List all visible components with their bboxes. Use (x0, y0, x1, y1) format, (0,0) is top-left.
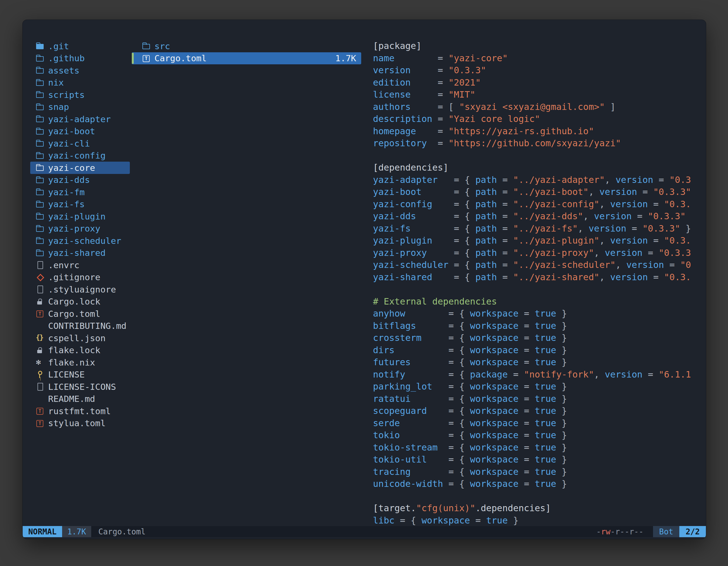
folder-icon (35, 101, 45, 113)
preview-line: yazi-boot = { path = "../yazi-boot", ver… (373, 186, 705, 198)
item-label: Cargo.toml (48, 309, 100, 319)
item-label: LICENSE (48, 369, 85, 379)
dir-row[interactable]: yazi-adapter (30, 113, 130, 125)
dir-row[interactable]: yazi-shared (30, 247, 130, 259)
dir-row[interactable]: yazi-config (30, 150, 130, 162)
folder-icon (35, 186, 45, 198)
preview-line: yazi-proxy = { path = "../yazi-proxy", v… (373, 247, 705, 259)
file-row[interactable]: LICENSE (30, 368, 130, 381)
preview-line: [package] (373, 40, 705, 52)
file-row[interactable]: README.md (30, 393, 130, 405)
dir-row[interactable]: yazi-fs (30, 198, 130, 211)
dir-row[interactable]: .github (30, 52, 130, 65)
item-label: snap (48, 102, 69, 112)
dir-row[interactable]: .git (30, 40, 130, 52)
preview-line: yazi-plugin = { path = "../yazi-plugin",… (373, 235, 705, 247)
dir-row[interactable]: snap (30, 101, 130, 113)
preview-line: dirs = { workspace = true } (373, 344, 705, 356)
preview-line: license = "MIT" (373, 89, 705, 101)
lock-icon (35, 295, 45, 307)
folder-icon (35, 198, 45, 210)
preview-line: yazi-fs = { path = "../yazi-fs", version… (373, 223, 705, 235)
item-label: .gitignore (48, 272, 100, 282)
file-size-badge: 1.7K (62, 526, 91, 537)
file-icon (35, 259, 45, 271)
dir-row[interactable]: yazi-proxy (30, 223, 130, 235)
mode-indicator: NORMAL (23, 526, 62, 537)
preview-line (373, 283, 705, 295)
file-row[interactable]: CONTRIBUTING.md (30, 320, 130, 332)
item-label: README.md (48, 394, 95, 404)
file-row[interactable]: LICENSE-ICONS (30, 380, 130, 393)
dir-row[interactable]: yazi-boot (30, 125, 130, 138)
item-label: yazi-proxy (48, 224, 100, 234)
scroll-position-badge: Bot (653, 526, 680, 537)
preview-line: parking_lot = { workspace = true } (373, 380, 705, 393)
preview-line: [target."cfg(unix)".dependencies] (373, 502, 705, 515)
file-row[interactable]: Cargo.lock (30, 295, 130, 308)
item-label: nix (48, 78, 64, 88)
status-bar: NORMAL 1.7K Cargo.toml -rw-r--r-- Bot 2/… (23, 526, 706, 537)
folder-icon (35, 235, 45, 247)
folder-icon (35, 52, 45, 64)
preview-line: edition = "2021" (373, 77, 705, 89)
file-row[interactable]: .envrc (30, 259, 130, 271)
item-label: yazi-cli (48, 139, 90, 149)
preview-line: unicode-width = { workspace = true } (373, 478, 705, 490)
dir-row[interactable]: yazi-cli (30, 137, 130, 150)
dir-row[interactable]: scripts (30, 89, 130, 101)
dir-row[interactable]: yazi-core (30, 162, 130, 174)
dir-row[interactable]: yazi-dds (30, 174, 130, 186)
git-folder-icon (35, 40, 45, 52)
lock-icon (35, 344, 45, 356)
file-row[interactable]: Cargo.toml1.7K (132, 52, 361, 65)
folder-icon (35, 223, 45, 235)
preview-line (373, 150, 705, 162)
preview-line: repository = "https://github.com/sxyazi/… (373, 137, 705, 150)
file-row[interactable]: stylua.toml (30, 417, 130, 429)
item-label: .styluaignore (48, 284, 116, 294)
dir-row[interactable]: src (132, 40, 361, 52)
item-label: yazi-fm (48, 187, 85, 197)
preview-line: futures = { workspace = true } (373, 356, 705, 368)
folder-icon (35, 150, 45, 162)
file-row[interactable]: .gitignore (30, 271, 130, 283)
folder-icon (35, 64, 45, 76)
file-permissions: -rw-r--r-- (596, 526, 644, 537)
dir-row[interactable]: assets (30, 64, 130, 77)
status-bar-spacer (145, 526, 596, 537)
preview-line: homepage = "https://yazi-rs.github.io" (373, 125, 705, 138)
preview-line: libc = { workspace = true } (373, 515, 705, 527)
item-label: yazi-boot (48, 126, 95, 136)
preview-line: notify = { package = "notify-fork", vers… (373, 368, 705, 381)
permission-rw: rw (601, 527, 610, 536)
dir-row[interactable]: yazi-fm (30, 186, 130, 198)
dir-row[interactable]: yazi-scheduler (30, 235, 130, 247)
item-label: flake.lock (48, 345, 100, 355)
dir-row[interactable]: yazi-plugin (30, 210, 130, 223)
file-row[interactable]: cspell.json (30, 332, 130, 344)
preview-line: yazi-adapter = { path = "../yazi-adapter… (373, 174, 705, 186)
dir-row[interactable]: nix (30, 77, 130, 89)
item-label: yazi-adapter (48, 114, 111, 124)
file-row[interactable]: .styluaignore (30, 283, 130, 295)
file-icon (35, 283, 45, 295)
item-label: yazi-fs (48, 199, 85, 209)
file-row[interactable]: rustfmt.toml (30, 405, 130, 417)
item-label: yazi-scheduler (48, 236, 121, 246)
file-row[interactable]: flake.nix (30, 356, 130, 368)
item-label: .git (48, 41, 69, 51)
preview-line: anyhow = { workspace = true } (373, 307, 705, 320)
item-label: yazi-plugin (48, 212, 105, 222)
item-size: 1.7K (335, 53, 361, 63)
toml-icon (35, 417, 45, 429)
folder-icon (35, 89, 45, 101)
item-label: yazi-config (48, 151, 105, 161)
git-icon (35, 271, 45, 283)
folder-icon (35, 113, 45, 125)
file-row[interactable]: flake.lock (30, 344, 130, 356)
file-row[interactable]: Cargo.toml (30, 307, 130, 320)
cursor-position-badge: 2/2 (679, 526, 706, 537)
permission-rest: -r--r-- (610, 527, 644, 536)
folder-icon (35, 210, 45, 222)
